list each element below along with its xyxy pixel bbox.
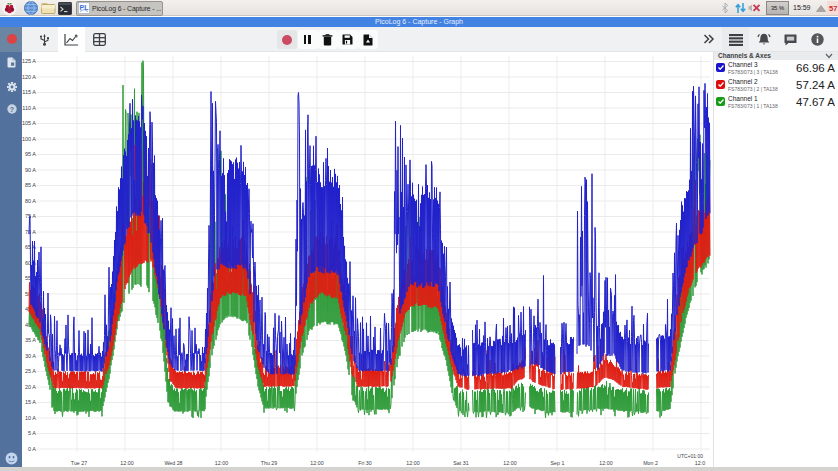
svg-text:12:00: 12:00 [599, 460, 612, 466]
svg-text:Wed 28: Wed 28 [164, 460, 182, 466]
svg-text:UTC+01:00: UTC+01:00 [677, 453, 703, 459]
svg-text:90 A: 90 A [25, 167, 36, 173]
svg-text:25 A: 25 A [25, 368, 36, 374]
svg-text:10 A: 10 A [25, 415, 36, 421]
svg-text:?: ? [9, 106, 13, 113]
svg-text:Fri 30: Fri 30 [358, 460, 372, 466]
svg-text:85 A: 85 A [25, 182, 36, 188]
svg-text:75 A: 75 A [25, 213, 36, 219]
svg-text:12:00: 12:00 [215, 460, 228, 466]
svg-text:12:00: 12:00 [310, 460, 323, 466]
svg-text:100 A: 100 A [22, 136, 36, 142]
svg-text:12:0: 12:0 [695, 460, 705, 466]
svg-text:Sep 1: Sep 1 [551, 460, 565, 466]
svg-text:0 A: 0 A [28, 446, 36, 452]
svg-text:15 A: 15 A [25, 399, 36, 405]
svg-text:115 A: 115 A [22, 89, 36, 95]
svg-text:20 A: 20 A [25, 384, 36, 390]
svg-text:125 A: 125 A [22, 58, 36, 64]
svg-text:5 A: 5 A [28, 430, 36, 436]
svg-text:95 A: 95 A [25, 151, 36, 157]
svg-text:30 A: 30 A [25, 353, 36, 359]
svg-text:Sat 31: Sat 31 [453, 460, 468, 466]
svg-text:Thu 29: Thu 29 [261, 460, 278, 466]
svg-text:120 A: 120 A [22, 74, 36, 80]
svg-text:12:00: 12:00 [503, 460, 516, 466]
svg-text:Tue 27: Tue 27 [71, 460, 87, 466]
svg-text:110 A: 110 A [22, 105, 36, 111]
svg-text:12:00: 12:00 [120, 460, 133, 466]
svg-text:12:00: 12:00 [406, 460, 419, 466]
svg-text:105 A: 105 A [22, 120, 36, 126]
svg-text:Mon 2: Mon 2 [643, 460, 658, 466]
svg-text:80 A: 80 A [25, 198, 36, 204]
svg-text:35 A: 35 A [25, 337, 36, 343]
